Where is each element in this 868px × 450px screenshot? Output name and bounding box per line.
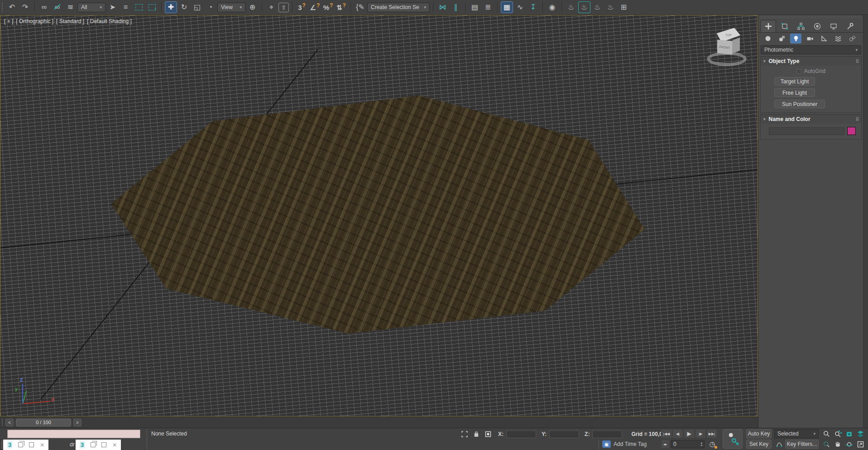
time-configuration-button[interactable]: ◷ bbox=[706, 440, 718, 449]
light-type-dropdown[interactable]: Photometric ▾ bbox=[761, 45, 861, 54]
go-to-end-button[interactable]: ▶▶| bbox=[706, 429, 717, 438]
category-space-warps[interactable] bbox=[832, 34, 844, 44]
key-filters-button[interactable]: Key Filters... bbox=[785, 440, 819, 449]
x-coordinate-field[interactable] bbox=[506, 431, 536, 438]
schematic-view-button[interactable]: ↧ bbox=[527, 1, 539, 13]
category-lights[interactable] bbox=[790, 34, 801, 44]
next-frame-button[interactable]: > bbox=[73, 419, 82, 426]
mirror-button[interactable]: ⋈ bbox=[436, 1, 449, 13]
render-in-cloud-button[interactable]: ♨ bbox=[604, 1, 617, 13]
selection-filter-dropdown[interactable]: All▾ bbox=[77, 3, 106, 12]
previous-frame-button[interactable]: < bbox=[5, 419, 14, 426]
current-frame-field[interactable]: 0 ▴▾ bbox=[671, 440, 705, 448]
select-and-link-button[interactable]: ∞ bbox=[38, 1, 50, 13]
curve-editor-button[interactable]: ∿ bbox=[514, 1, 526, 13]
autogrid-checkbox[interactable] bbox=[796, 69, 801, 74]
select-and-scale-button[interactable]: ◱ bbox=[191, 1, 203, 13]
default-tangent-button[interactable] bbox=[774, 440, 784, 449]
zoom-all-button[interactable] bbox=[833, 429, 843, 438]
restore-window-icon[interactable] bbox=[18, 442, 23, 447]
play-button[interactable]: ▶ bbox=[684, 429, 695, 438]
tab-utilities[interactable] bbox=[842, 20, 858, 32]
pan-view-button[interactable] bbox=[833, 440, 843, 449]
view-cube-front-face[interactable]: FRONT bbox=[717, 40, 732, 55]
align-button[interactable]: ∥ bbox=[450, 1, 462, 13]
open-a360-gallery-button[interactable]: ⊞ bbox=[618, 1, 630, 13]
auto-key-button[interactable]: Auto Key bbox=[746, 429, 772, 438]
absolute-offset-mode-toggle[interactable] bbox=[484, 430, 493, 438]
restore-window-icon[interactable] bbox=[91, 442, 96, 447]
rectangular-selection-region-button[interactable] bbox=[133, 1, 145, 13]
zoom-button[interactable] bbox=[821, 429, 832, 438]
tab-display[interactable] bbox=[825, 20, 841, 32]
close-icon[interactable]: ✕ bbox=[112, 442, 117, 448]
maximize-window-icon[interactable] bbox=[29, 442, 34, 447]
go-to-start-button[interactable]: |◀◀ bbox=[661, 429, 672, 438]
add-time-tag[interactable]: ▣ Add Time Tag bbox=[602, 440, 647, 448]
select-and-manipulate-button[interactable]: ⌖ bbox=[265, 1, 278, 13]
maximize-window-icon[interactable] bbox=[101, 442, 106, 447]
spinner-arrows-icon[interactable]: ▴▾ bbox=[700, 441, 702, 446]
next-frame-button[interactable]: |▶ bbox=[695, 429, 706, 438]
minimized-window-2[interactable]: 3 ✕ bbox=[76, 440, 121, 450]
window-crossing-toggle[interactable]: ▪ bbox=[146, 1, 158, 13]
viewport-menu-shading[interactable]: [ Default Shading ] bbox=[87, 18, 132, 24]
previous-frame-button[interactable]: ◀| bbox=[672, 429, 683, 438]
category-shapes[interactable] bbox=[776, 34, 787, 44]
undo-button[interactable]: ↶ bbox=[6, 1, 18, 13]
percent-snap-toggle[interactable]: %? bbox=[322, 1, 334, 13]
render-setup-button[interactable]: ♨ bbox=[565, 1, 577, 13]
z-coordinate-field[interactable] bbox=[592, 431, 622, 438]
select-and-move-button[interactable]: ✚ bbox=[165, 1, 177, 13]
category-systems[interactable] bbox=[846, 34, 858, 44]
target-light-button[interactable]: Target Light bbox=[774, 77, 815, 86]
toggle-ribbon-button[interactable]: ▦ bbox=[501, 1, 513, 13]
category-helpers[interactable] bbox=[818, 34, 830, 44]
reference-coordinate-system-dropdown[interactable]: View▾ bbox=[217, 3, 245, 12]
set-keys-button[interactable] bbox=[723, 429, 743, 449]
object-type-header[interactable]: ▾ Object Type ⠿ bbox=[761, 57, 861, 66]
tab-hierarchy[interactable] bbox=[793, 20, 809, 32]
toggle-layer-explorer-button[interactable]: ≣ bbox=[482, 1, 494, 13]
select-by-name-button[interactable]: ≡ bbox=[120, 1, 132, 13]
use-pivot-point-center-button[interactable]: ⊕ bbox=[246, 1, 259, 13]
select-object-button[interactable]: ➤ bbox=[106, 1, 119, 13]
view-cube-side-face[interactable] bbox=[732, 38, 740, 54]
snap-toggle-3d[interactable]: 3? bbox=[296, 1, 308, 13]
sun-positioner-button[interactable]: Sun Positioner bbox=[774, 100, 825, 108]
panel-scrollbar[interactable] bbox=[863, 15, 868, 428]
category-geometry[interactable] bbox=[762, 34, 773, 44]
close-icon[interactable]: ✕ bbox=[40, 442, 44, 448]
key-mode-toggle[interactable]: ◂▸ bbox=[661, 440, 669, 449]
isolate-selection-toggle[interactable] bbox=[460, 430, 469, 438]
unlink-selection-button[interactable]: ∞ bbox=[51, 1, 63, 13]
render-production-button[interactable]: ♨ bbox=[591, 1, 604, 13]
keyboard-shortcut-override-toggle[interactable]: ⇧ bbox=[278, 3, 289, 12]
maximize-viewport-toggle[interactable] bbox=[855, 440, 866, 449]
octagon-plane-object[interactable] bbox=[0, 15, 758, 416]
name-and-color-header[interactable]: ▾ Name and Color ⠿ bbox=[761, 115, 861, 124]
view-cube[interactable]: TOP FRONT bbox=[706, 25, 751, 76]
minimized-window-1[interactable]: 3 ✕ bbox=[3, 440, 48, 450]
selection-lock-toggle[interactable] bbox=[472, 430, 481, 438]
set-key-button[interactable]: Set Key bbox=[746, 440, 772, 449]
named-selection-sets-dropdown[interactable]: Create Selection Se▾ bbox=[367, 3, 430, 12]
viewport-menu-general[interactable]: [ + ] bbox=[4, 18, 13, 24]
zoom-extents-all-button[interactable] bbox=[855, 429, 866, 438]
select-and-place-button[interactable]: ◔ bbox=[204, 1, 216, 13]
bind-to-space-warp-button[interactable]: ≋ bbox=[64, 1, 77, 13]
material-editor-button[interactable]: ◉ bbox=[546, 1, 558, 13]
time-slider[interactable]: 0 / 100 bbox=[16, 419, 71, 426]
object-color-swatch[interactable] bbox=[847, 127, 856, 135]
orbit-button[interactable] bbox=[844, 440, 854, 449]
angle-snap-toggle[interactable]: ∠? bbox=[309, 1, 321, 13]
y-coordinate-field[interactable] bbox=[549, 431, 579, 438]
category-cameras[interactable] bbox=[804, 34, 815, 44]
select-and-rotate-button[interactable]: ↻ bbox=[178, 1, 190, 13]
edit-named-selection-sets-button[interactable]: {✎ bbox=[354, 1, 366, 13]
tab-motion[interactable] bbox=[809, 20, 825, 32]
redo-button[interactable]: ↷ bbox=[19, 1, 31, 13]
viewport-menu-renderer[interactable]: [ Standard ] bbox=[56, 18, 84, 24]
rendered-frame-window-button[interactable]: ♨ bbox=[578, 1, 590, 13]
free-light-button[interactable]: Free Light bbox=[774, 88, 815, 97]
